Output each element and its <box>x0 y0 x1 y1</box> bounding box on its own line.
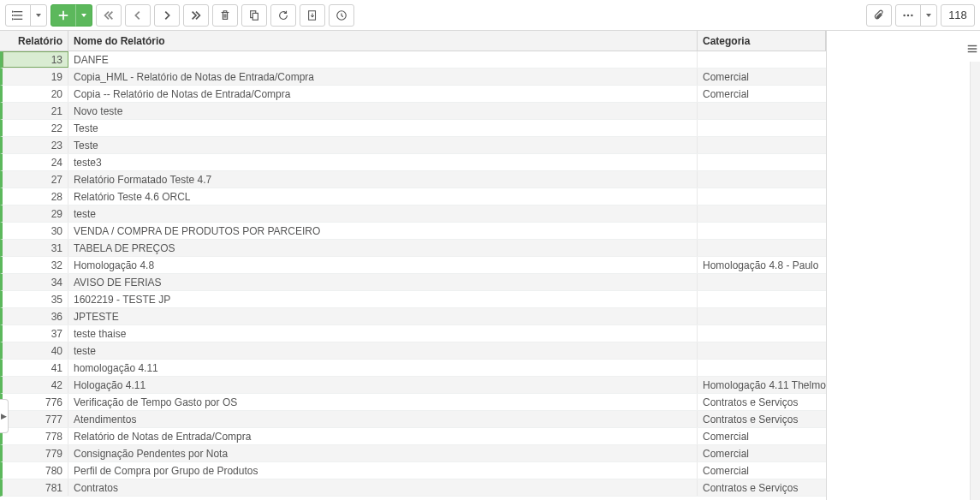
svg-point-15 <box>907 14 909 15</box>
cell-name: teste <box>68 205 698 222</box>
cell-name: Verificação de Tempo Gasto por OS <box>68 394 698 410</box>
cell-name: JPTESTE <box>68 308 698 324</box>
more-actions-dropdown[interactable] <box>920 4 937 27</box>
cell-name: TABELA DE PREÇOS <box>68 240 698 256</box>
table-row[interactable]: 780Perfil de Compra por Grupo de Produto… <box>0 462 826 479</box>
cell-id: 36 <box>3 308 68 324</box>
table-row[interactable]: 37teste thaise <box>0 325 826 342</box>
table-row[interactable]: 36JPTESTE <box>0 308 826 325</box>
table-row[interactable]: 777AtendimentosContratos e Serviços <box>0 411 826 428</box>
cell-category: Homologação 4.8 - Paulo <box>698 257 826 273</box>
toolbar: 118 <box>0 0 980 31</box>
cell-id: 23 <box>3 137 68 153</box>
cell-name: Copia_HML - Relatório de Notas de Entrad… <box>68 68 698 85</box>
table-row[interactable]: 34AVISO DE FERIAS <box>0 274 826 291</box>
cell-name: 1602219 - TESTE JP <box>68 291 698 307</box>
table-row[interactable]: 27Relatório Formatado Teste 4.7 <box>0 171 826 188</box>
next-page-button[interactable] <box>154 4 180 27</box>
cell-id: 37 <box>3 325 68 342</box>
table-row[interactable]: 776Verificação de Tempo Gasto por OSCont… <box>0 394 826 411</box>
table-row[interactable]: 29teste <box>0 205 826 223</box>
panel-menu-icon[interactable] <box>966 43 978 57</box>
cell-category: Comercial <box>698 462 826 479</box>
history-button[interactable] <box>329 4 354 27</box>
cell-id: 27 <box>3 171 68 188</box>
cell-name: Atendimentos <box>68 411 698 427</box>
table-row[interactable]: 22Teste <box>0 120 826 137</box>
table-row[interactable]: 28Relatório Teste 4.6 ORCL <box>0 188 826 205</box>
add-dropdown[interactable] <box>75 4 92 27</box>
expand-left-panel-handle[interactable]: ▶ <box>0 399 9 433</box>
cell-category: Comercial <box>698 428 826 444</box>
cell-category <box>698 171 826 188</box>
cell-category <box>698 51 826 68</box>
cell-id: 41 <box>3 360 68 376</box>
cell-category <box>698 360 826 376</box>
table-row[interactable]: 31TABELA DE PREÇOS <box>0 240 826 257</box>
cell-category <box>698 240 826 256</box>
cell-name: homologação 4.11 <box>68 360 698 376</box>
cell-category: Contratos e Serviços <box>698 411 826 427</box>
table-row[interactable]: 351602219 - TESTE JP <box>0 291 826 308</box>
column-header-name[interactable]: Nome do Relatório <box>68 31 698 51</box>
table-row[interactable]: 19Copia_HML - Relatório de Notas de Entr… <box>0 68 826 86</box>
vertical-scrollbar[interactable] <box>970 62 980 500</box>
column-header-id[interactable]: Relatório <box>0 31 68 51</box>
table-row[interactable]: 41homologação 4.11 <box>0 360 826 377</box>
list-view-button[interactable] <box>5 4 31 27</box>
cell-category: Contratos e Serviços <box>698 394 826 410</box>
table-row[interactable]: 24teste3 <box>0 154 826 171</box>
cell-id: 13 <box>3 51 68 68</box>
cell-id: 31 <box>3 240 68 256</box>
cell-id: 28 <box>3 188 68 205</box>
cell-category <box>698 274 826 290</box>
prev-page-button[interactable] <box>125 4 151 27</box>
first-page-button[interactable] <box>96 4 122 27</box>
svg-point-5 <box>12 18 13 19</box>
svg-point-14 <box>903 14 905 15</box>
cell-id: 780 <box>3 462 68 479</box>
more-actions-button[interactable] <box>895 4 921 27</box>
cell-category <box>698 120 826 136</box>
cell-name: Perfil de Compra por Grupo de Produtos <box>68 462 698 479</box>
table-row[interactable]: 778Relatório de Notas de Entrada/CompraC… <box>0 428 826 445</box>
cell-category <box>698 223 826 239</box>
table-row[interactable]: 30VENDA / COMPRA DE PRODUTOS POR PARCEIR… <box>0 223 826 240</box>
cell-category: Comercial <box>698 445 826 461</box>
copy-button[interactable] <box>241 4 267 27</box>
cell-id: 781 <box>3 479 68 496</box>
list-view-dropdown[interactable] <box>30 4 47 27</box>
last-page-button[interactable] <box>183 4 209 27</box>
table-row[interactable]: 781ContratosContratos e Serviços <box>0 479 826 497</box>
cell-name: teste <box>68 342 698 359</box>
table-row[interactable]: 42Hologação 4.11Homologação 4.11 Thelmo <box>0 377 826 394</box>
cell-id: 42 <box>3 377 68 393</box>
cell-category <box>698 103 826 119</box>
cell-name: teste thaise <box>68 325 698 342</box>
cell-id: 19 <box>3 68 68 85</box>
export-button[interactable] <box>300 4 325 27</box>
cell-name: Teste <box>68 120 698 136</box>
delete-button[interactable] <box>212 4 238 27</box>
add-button[interactable] <box>50 4 76 27</box>
table-row[interactable]: 32Homologação 4.8Homologação 4.8 - Paulo <box>0 257 826 274</box>
svg-point-3 <box>12 11 13 12</box>
cell-category <box>698 291 826 307</box>
table-row[interactable]: 21Novo teste <box>0 103 826 120</box>
table-row[interactable]: 23Teste <box>0 137 826 154</box>
cell-id: 29 <box>3 205 68 222</box>
attachments-button[interactable] <box>866 4 892 27</box>
cell-id: 777 <box>3 411 68 427</box>
column-header-category[interactable]: Categoria <box>698 31 826 51</box>
cell-id: 40 <box>3 342 68 359</box>
table-row[interactable]: 779Consignação Pendentes por NotaComerci… <box>0 445 826 462</box>
table-row[interactable]: 40teste <box>0 342 826 360</box>
cell-id: 779 <box>3 445 68 461</box>
cell-category: Comercial <box>698 86 826 102</box>
cell-name: Novo teste <box>68 103 698 119</box>
refresh-button[interactable] <box>270 4 296 27</box>
cell-name: Teste <box>68 137 698 153</box>
table-row[interactable]: 13DANFE <box>0 51 826 68</box>
table-row[interactable]: 20Copia -- Relatório de Notas de Entrada… <box>0 86 826 103</box>
cell-category <box>698 205 826 222</box>
